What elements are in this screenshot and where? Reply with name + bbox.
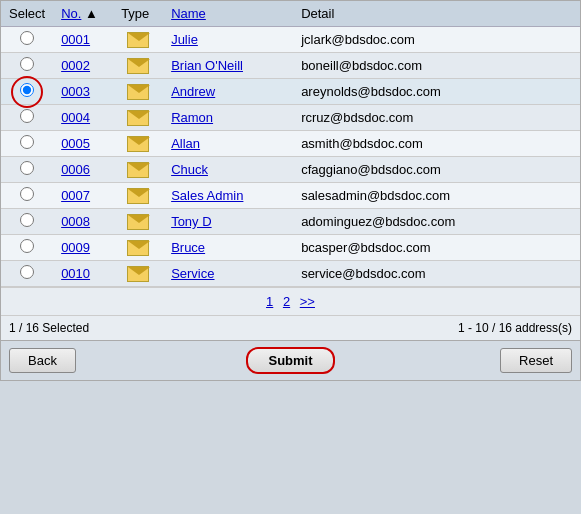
select-radio[interactable] bbox=[20, 31, 34, 45]
table-row: 0001Juliejclark@bdsdoc.com bbox=[1, 27, 580, 53]
number-cell: 0002 bbox=[53, 53, 113, 79]
back-button[interactable]: Back bbox=[9, 348, 76, 373]
radio-cell bbox=[1, 79, 53, 105]
table-row: 0002Brian O'Neillboneill@bdsdoc.com bbox=[1, 53, 580, 79]
number-cell: 0008 bbox=[53, 209, 113, 235]
page-2-link[interactable]: 2 bbox=[283, 294, 290, 309]
no-header: No. ▲ bbox=[53, 1, 113, 27]
select-radio[interactable] bbox=[20, 265, 34, 279]
radio-cell bbox=[1, 131, 53, 157]
detail-cell: asmith@bdsdoc.com bbox=[293, 131, 580, 157]
footer-center: Submit bbox=[197, 347, 385, 374]
table-row: 0006Chuckcfaggiano@bdsdoc.com bbox=[1, 157, 580, 183]
type-cell bbox=[113, 235, 163, 261]
select-radio[interactable] bbox=[20, 213, 34, 227]
type-cell bbox=[113, 53, 163, 79]
page-1-link[interactable]: 1 bbox=[266, 294, 273, 309]
number-link[interactable]: 0005 bbox=[61, 136, 90, 151]
name-link[interactable]: Sales Admin bbox=[171, 188, 243, 203]
number-cell: 0005 bbox=[53, 131, 113, 157]
number-link[interactable]: 0008 bbox=[61, 214, 90, 229]
detail-header-label: Detail bbox=[301, 6, 334, 21]
name-link[interactable]: Tony D bbox=[171, 214, 211, 229]
pagination: 1 2 >> bbox=[1, 287, 580, 315]
number-link[interactable]: 0002 bbox=[61, 58, 90, 73]
email-icon bbox=[127, 110, 149, 126]
status-bar: 1 / 16 Selected 1 - 10 / 16 address(s) bbox=[1, 315, 580, 340]
number-cell: 0006 bbox=[53, 157, 113, 183]
radio-cell bbox=[1, 53, 53, 79]
table-row: 0005Allanasmith@bdsdoc.com bbox=[1, 131, 580, 157]
email-icon bbox=[127, 162, 149, 178]
type-cell bbox=[113, 183, 163, 209]
select-radio[interactable] bbox=[20, 187, 34, 201]
number-link[interactable]: 0006 bbox=[61, 162, 90, 177]
detail-cell: jclark@bdsdoc.com bbox=[293, 27, 580, 53]
address-count: 1 - 10 / 16 address(s) bbox=[458, 321, 572, 335]
footer-left: Back bbox=[9, 348, 197, 373]
name-cell: Chuck bbox=[163, 157, 293, 183]
email-icon bbox=[127, 266, 149, 282]
footer-buttons: Back Submit Reset bbox=[1, 340, 580, 380]
detail-cell: boneill@bdsdoc.com bbox=[293, 53, 580, 79]
number-cell: 0007 bbox=[53, 183, 113, 209]
name-link[interactable]: Allan bbox=[171, 136, 200, 151]
name-cell: Andrew bbox=[163, 79, 293, 105]
name-link[interactable]: Bruce bbox=[171, 240, 205, 255]
table-row: 0010Serviceservice@bdsdoc.com bbox=[1, 261, 580, 287]
detail-cell: salesadmin@bdsdoc.com bbox=[293, 183, 580, 209]
type-cell bbox=[113, 27, 163, 53]
select-radio[interactable] bbox=[20, 57, 34, 71]
name-cell: Bruce bbox=[163, 235, 293, 261]
name-sort-link[interactable]: Name bbox=[171, 6, 206, 21]
select-radio[interactable] bbox=[20, 239, 34, 253]
name-cell: Brian O'Neill bbox=[163, 53, 293, 79]
reset-button[interactable]: Reset bbox=[500, 348, 572, 373]
radio-cell bbox=[1, 105, 53, 131]
detail-cell: rcruz@bdsdoc.com bbox=[293, 105, 580, 131]
type-header-label: Type bbox=[121, 6, 149, 21]
no-sort-link[interactable]: No. bbox=[61, 6, 81, 21]
radio-cell bbox=[1, 235, 53, 261]
name-link[interactable]: Chuck bbox=[171, 162, 208, 177]
table-row: 0008Tony Dadominguez@bdsdoc.com bbox=[1, 209, 580, 235]
name-cell: Julie bbox=[163, 27, 293, 53]
name-link[interactable]: Service bbox=[171, 266, 214, 281]
detail-header: Detail bbox=[293, 1, 580, 27]
number-link[interactable]: 0009 bbox=[61, 240, 90, 255]
type-cell bbox=[113, 157, 163, 183]
table-header-row: Select No. ▲ Type Name Detail bbox=[1, 1, 580, 27]
name-header: Name bbox=[163, 1, 293, 27]
type-cell bbox=[113, 209, 163, 235]
number-link[interactable]: 0007 bbox=[61, 188, 90, 203]
table-row: 0004Ramonrcruz@bdsdoc.com bbox=[1, 105, 580, 131]
email-icon bbox=[127, 32, 149, 48]
table-row: 0009Brucebcasper@bdsdoc.com bbox=[1, 235, 580, 261]
number-link[interactable]: 0004 bbox=[61, 110, 90, 125]
select-radio[interactable] bbox=[20, 161, 34, 175]
select-header: Select bbox=[1, 1, 53, 27]
name-cell: Tony D bbox=[163, 209, 293, 235]
number-link[interactable]: 0003 bbox=[61, 84, 90, 99]
name-link[interactable]: Julie bbox=[171, 32, 198, 47]
next-page-link[interactable]: >> bbox=[300, 294, 315, 309]
detail-cell: service@bdsdoc.com bbox=[293, 261, 580, 287]
table-body: 0001Juliejclark@bdsdoc.com0002Brian O'Ne… bbox=[1, 27, 580, 287]
name-link[interactable]: Ramon bbox=[171, 110, 213, 125]
email-icon bbox=[127, 84, 149, 100]
radio-cell bbox=[1, 27, 53, 53]
number-link[interactable]: 0001 bbox=[61, 32, 90, 47]
select-radio[interactable] bbox=[20, 109, 34, 123]
type-cell bbox=[113, 79, 163, 105]
submit-button[interactable]: Submit bbox=[246, 347, 334, 374]
select-header-label: Select bbox=[9, 6, 45, 21]
number-link[interactable]: 0010 bbox=[61, 266, 90, 281]
name-link[interactable]: Andrew bbox=[171, 84, 215, 99]
detail-cell: bcasper@bdsdoc.com bbox=[293, 235, 580, 261]
number-cell: 0001 bbox=[53, 27, 113, 53]
select-radio[interactable] bbox=[20, 83, 34, 97]
type-cell bbox=[113, 131, 163, 157]
selected-count: 1 / 16 Selected bbox=[9, 321, 89, 335]
name-link[interactable]: Brian O'Neill bbox=[171, 58, 243, 73]
select-radio[interactable] bbox=[20, 135, 34, 149]
